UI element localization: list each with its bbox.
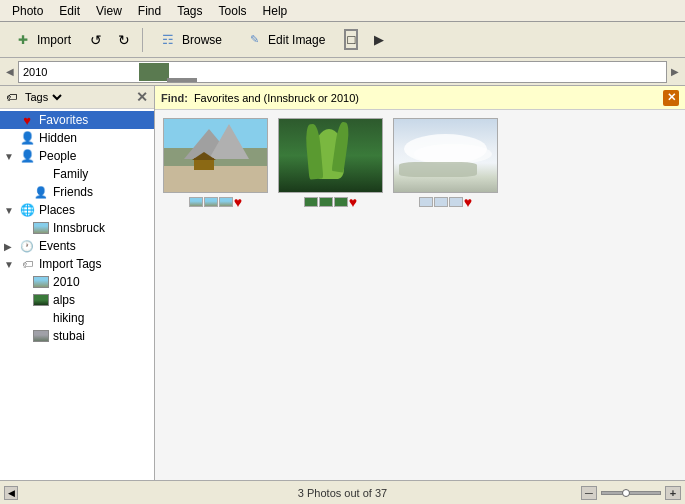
badge-thumb-3a <box>419 197 433 207</box>
zoom-minus-button[interactable]: ─ <box>581 486 597 500</box>
menubar: Photo Edit View Find Tags Tools Help <box>0 0 685 22</box>
menu-photo[interactable]: Photo <box>4 2 51 20</box>
sidebar-item-events[interactable]: ▶ 🕐 Events <box>0 237 154 255</box>
photo-thumb-3 <box>393 118 498 193</box>
timeline-track[interactable]: 2010 <box>18 61 667 83</box>
undo-button[interactable]: ↺ <box>84 28 108 52</box>
sidebar-type-select[interactable]: Tags <box>21 90 65 104</box>
photo-item-1[interactable]: ♥ <box>163 118 268 209</box>
badge-thumb-1a <box>189 197 203 207</box>
menu-view[interactable]: View <box>88 2 130 20</box>
photo-thumb-2 <box>278 118 383 193</box>
sidebar-item-hiking[interactable]: hiking <box>0 309 154 327</box>
2010-icon <box>32 275 50 289</box>
timeline-prev-arrow[interactable]: ◀ <box>2 61 18 83</box>
zoom-slider[interactable] <box>601 491 661 495</box>
badge-thumb-2a <box>304 197 318 207</box>
photo-mountain-image <box>164 119 267 192</box>
undo-icon: ↺ <box>90 32 102 48</box>
import-tags-icon: 🏷 <box>18 257 36 271</box>
menu-find[interactable]: Find <box>130 2 169 20</box>
friends-icon: 👤 <box>32 185 50 199</box>
main-layout: 🏷 Tags ✕ ♥ Favorites 👤 Hidden <box>0 86 685 480</box>
mountain-base <box>399 162 477 177</box>
edit-image-icon: ✎ <box>244 30 264 50</box>
fullscreen-icon: □ <box>344 29 358 50</box>
toolbar: ✚ Import ↺ ↻ ☶ Browse ✎ Edit Image □ ▶ <box>0 22 685 58</box>
badge-thumb-1c <box>219 197 233 207</box>
timeline-next-arrow[interactable]: ▶ <box>667 61 683 83</box>
photo-item-2[interactable]: ♥ <box>278 118 383 209</box>
hidden-icon: 👤 <box>18 131 36 145</box>
expander-import-tags: ▼ <box>4 259 18 270</box>
menu-edit[interactable]: Edit <box>51 2 88 20</box>
badge-thumb-2c <box>334 197 348 207</box>
expander-places: ▼ <box>4 205 18 216</box>
find-close-button[interactable]: ✕ <box>663 90 679 106</box>
find-query-text: Favorites and (Innsbruck or 2010) <box>194 92 657 104</box>
zoom-slider-handle[interactable] <box>622 489 630 497</box>
alps-icon <box>32 293 50 307</box>
zoom-plus-button[interactable]: + <box>665 486 681 500</box>
people-icon: 👤 <box>18 149 36 163</box>
sidebar-header-left: 🏷 Tags <box>6 90 65 104</box>
family-label: Family <box>53 167 88 181</box>
timeline-block <box>139 63 169 81</box>
photo-grid: ♥ ♥ <box>155 110 685 480</box>
import-button[interactable]: ✚ Import <box>4 26 80 54</box>
expander-events: ▶ <box>4 241 18 252</box>
sidebar-close-button[interactable]: ✕ <box>136 89 148 105</box>
toolbar-separator-1 <box>142 28 143 52</box>
innsbruck-label: Innsbruck <box>53 221 105 235</box>
tag-dropdown-icon: 🏷 <box>6 91 17 103</box>
status-left: ◀ <box>4 486 18 500</box>
sidebar-item-favorites[interactable]: ♥ Favorites <box>0 111 154 129</box>
browse-button[interactable]: ☶ Browse <box>149 26 231 54</box>
edit-image-button[interactable]: ✎ Edit Image <box>235 26 334 54</box>
photo-badges-1: ♥ <box>189 195 242 209</box>
stubai-thumb <box>33 330 49 342</box>
sidebar-item-friends[interactable]: 👤 Friends <box>0 183 154 201</box>
sidebar-tree: ♥ Favorites 👤 Hidden ▼ 👤 People Family <box>0 109 154 480</box>
photo-badges-3: ♥ <box>419 195 472 209</box>
sidebar-item-2010[interactable]: 2010 <box>0 273 154 291</box>
menu-tags[interactable]: Tags <box>169 2 210 20</box>
status-right: ─ + <box>581 486 681 500</box>
menu-tools[interactable]: Tools <box>211 2 255 20</box>
fullscreen-button[interactable]: □ <box>338 25 364 54</box>
places-label: Places <box>39 203 75 217</box>
sidebar-item-places[interactable]: ▼ 🌐 Places <box>0 201 154 219</box>
sidebar-item-people[interactable]: ▼ 👤 People <box>0 147 154 165</box>
hiking-label: hiking <box>53 311 84 325</box>
innsbruck-thumb <box>33 222 49 234</box>
menu-help[interactable]: Help <box>255 2 296 20</box>
sidebar-item-hidden[interactable]: 👤 Hidden <box>0 129 154 147</box>
photo-thumb-1 <box>163 118 268 193</box>
timeline-handle[interactable] <box>167 78 197 82</box>
import-icon: ✚ <box>13 30 33 50</box>
badge-heart-2: ♥ <box>349 195 357 209</box>
status-bar: ◀ 3 Photos out of 37 ─ + <box>0 480 685 504</box>
photo-badges-2: ♥ <box>304 195 357 209</box>
sidebar-item-alps[interactable]: alps <box>0 291 154 309</box>
hidden-label: Hidden <box>39 131 77 145</box>
badge-heart-1: ♥ <box>234 195 242 209</box>
redo-button[interactable]: ↻ <box>112 28 136 52</box>
timeline-year-label: 2010 <box>23 66 47 78</box>
play-icon: ▶ <box>374 32 384 47</box>
sidebar-item-import-tags[interactable]: ▼ 🏷 Import Tags <box>0 255 154 273</box>
events-label: Events <box>39 239 76 253</box>
badge-thumb-1b <box>204 197 218 207</box>
photo-plant-image <box>279 119 382 192</box>
friends-label: Friends <box>53 185 93 199</box>
sidebar-resize-button[interactable]: ◀ <box>4 486 18 500</box>
sidebar-item-family[interactable]: Family <box>0 165 154 183</box>
photo-item-3[interactable]: ♥ <box>393 118 498 209</box>
status-photo-count: 3 Photos out of 37 <box>298 487 387 499</box>
play-button[interactable]: ▶ <box>368 28 390 51</box>
stubai-label: stubai <box>53 329 85 343</box>
sidebar-item-stubai[interactable]: stubai <box>0 327 154 345</box>
innsbruck-icon <box>32 221 50 235</box>
family-icon <box>32 167 50 181</box>
sidebar-item-innsbruck[interactable]: Innsbruck <box>0 219 154 237</box>
